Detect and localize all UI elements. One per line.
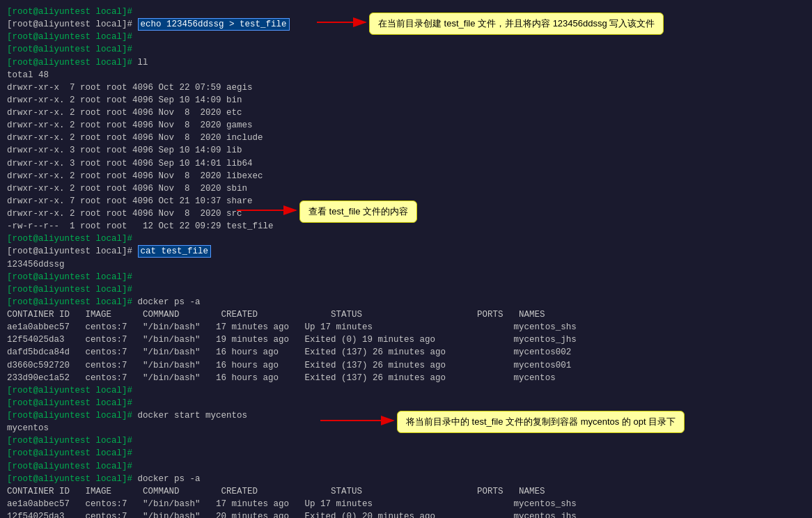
table-row: ae1a0abbec57 centos:7 "/bin/bash" 17 min… <box>7 321 805 333</box>
table-row: 233d90ec1a52 centos:7 "/bin/bash" 16 hou… <box>7 372 805 384</box>
annotation-3: 将当前目录中的 test_file 文件的复制到容器 mycentos 的 op… <box>397 411 685 433</box>
output-line: drwxr-xr-x. 3 root root 4096 Sep 10 14:0… <box>7 157 805 170</box>
annotation-1: 在当前目录创建 test_file 文件，并且将内容 123456ddssg 写… <box>369 13 664 35</box>
terminal-line: [root@aliyuntest local]# cat test_file <box>7 245 805 258</box>
output-line: drwxr-xr-x. 2 root root 4096 Nov 8 2020 … <box>7 107 805 119</box>
terminal-line: [root@aliyuntest local]# <box>7 233 805 245</box>
terminal-line: [root@aliyuntest local]# <box>7 460 805 473</box>
table-row: dafd5bdca84d centos:7 "/bin/bash" 16 hou… <box>7 346 805 359</box>
table-row: d3660c592720 centos:7 "/bin/bash" 16 hou… <box>7 359 805 372</box>
terminal-line: [root@aliyuntest local]# <box>7 271 805 283</box>
terminal-line: [root@aliyuntest local]# <box>7 384 805 397</box>
output-line: drwxr-xr-x. 2 root root 4096 Nov 8 2020 … <box>7 170 805 182</box>
terminal: [root@aliyuntest local]# [root@aliyuntes… <box>0 0 812 518</box>
table-header-line: CONTAINER ID IMAGE COMMAND CREATED STATU… <box>7 308 805 321</box>
output-line: drwxr-xr-x. 3 root root 4096 Sep 10 14:0… <box>7 144 805 157</box>
terminal-line: [root@aliyuntest local]# ll <box>7 56 805 69</box>
terminal-line: [root@aliyuntest local]# <box>7 283 805 296</box>
table-row: 12f54025da3 centos:7 "/bin/bash" 20 minu… <box>7 510 805 518</box>
table-header-line: CONTAINER ID IMAGE COMMAND CREATED STATU… <box>7 485 805 498</box>
output-line: 123456ddssg <box>7 258 805 271</box>
output-line: drwxr-xr-x. 2 root root 4096 Nov 8 2020 … <box>7 182 805 195</box>
output-line: total 48 <box>7 69 805 81</box>
output-line: drwxr-xr-x. 2 root root 4096 Nov 8 2020 … <box>7 132 805 144</box>
terminal-line: [root@aliyuntest local]# <box>7 397 805 409</box>
terminal-line: [root@aliyuntest local]# docker ps -a <box>7 296 805 308</box>
annotation-2: 查看 test_file 文件的内容 <box>299 201 417 223</box>
terminal-line: [root@aliyuntest local]# <box>7 434 805 447</box>
output-line: drwxr-xr-x 7 root root 4096 Oct 22 07:59… <box>7 81 805 94</box>
terminal-content: [root@aliyuntest local]# [root@aliyuntes… <box>7 6 805 518</box>
terminal-line: [root@aliyuntest local]# <box>7 43 805 56</box>
table-row: 12f54025da3 centos:7 "/bin/bash" 19 minu… <box>7 333 805 346</box>
table-row: ae1a0abbec57 centos:7 "/bin/bash" 17 min… <box>7 498 805 510</box>
output-line: drwxr-xr-x. 2 root root 4096 Sep 10 14:0… <box>7 94 805 107</box>
terminal-line: [root@aliyuntest local]# docker ps -a <box>7 473 805 485</box>
output-line: drwxr-xr-x. 2 root root 4096 Nov 8 2020 … <box>7 119 805 132</box>
terminal-line: [root@aliyuntest local]# <box>7 447 805 460</box>
